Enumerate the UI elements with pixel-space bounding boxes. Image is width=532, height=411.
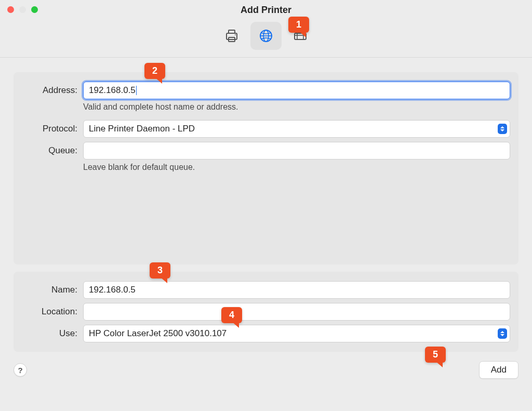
svg-rect-1 — [229, 30, 235, 33]
chevrons-icon — [498, 124, 507, 134]
help-icon: ? — [18, 366, 22, 375]
tab-ip[interactable] — [250, 22, 282, 50]
use-select[interactable]: HP Color LaserJet 2500 v3010.107 — [83, 325, 510, 342]
add-printer-window: Add Printer — [0, 0, 532, 411]
window-title: Add Printer — [241, 5, 291, 16]
callout-5: 5 — [425, 347, 446, 363]
callout-3: 3 — [150, 262, 170, 279]
location-field[interactable] — [83, 303, 510, 321]
location-label: Location: — [19, 307, 83, 317]
divider — [0, 57, 532, 58]
identity-panel: Name: Location: Use: HP Color LaserJet 2… — [14, 272, 518, 352]
tab-bar: 1 — [0, 20, 532, 57]
add-button-label: Add — [491, 365, 507, 375]
minimize-window-button[interactable] — [19, 6, 26, 13]
queue-help-text: Leave blank for default queue. — [83, 163, 195, 172]
use-label: Use: — [19, 328, 83, 339]
content-area: Address: 192.168.0.5 Valid and complete … — [0, 72, 532, 411]
globe-icon — [258, 28, 274, 44]
address-help-text: Valid and complete host name or address. — [83, 102, 238, 112]
zoom-window-button[interactable] — [31, 6, 38, 13]
footer: ? Add 5 — [14, 361, 518, 383]
protocol-value: Line Printer Daemon - LPD — [83, 120, 510, 138]
text-cursor — [136, 86, 137, 95]
window-controls — [7, 6, 38, 13]
chevrons-icon — [498, 328, 507, 339]
protocol-label: Protocol: — [19, 124, 83, 134]
callout-4: 4 — [221, 307, 242, 323]
help-button[interactable]: ? — [14, 363, 27, 377]
address-value: 192.168.0.5 — [89, 85, 136, 96]
address-label: Address: — [19, 85, 83, 96]
address-field[interactable]: 192.168.0.5 — [83, 82, 510, 99]
titlebar: Add Printer — [0, 0, 532, 20]
use-value: HP Color LaserJet 2500 v3010.107 — [83, 325, 510, 342]
name-field[interactable] — [83, 281, 510, 299]
callout-2: 2 — [144, 63, 165, 79]
close-window-button[interactable] — [7, 6, 14, 13]
connection-panel: Address: 192.168.0.5 Valid and complete … — [14, 72, 518, 264]
callout-1: 1 — [288, 17, 309, 33]
printer-icon — [223, 28, 240, 44]
tab-default[interactable] — [216, 22, 247, 50]
queue-label: Queue: — [19, 145, 83, 156]
queue-field[interactable] — [83, 142, 510, 160]
name-label: Name: — [19, 285, 83, 295]
svg-point-3 — [235, 34, 236, 35]
add-button[interactable]: Add — [479, 361, 518, 379]
protocol-select[interactable]: Line Printer Daemon - LPD — [83, 120, 510, 138]
